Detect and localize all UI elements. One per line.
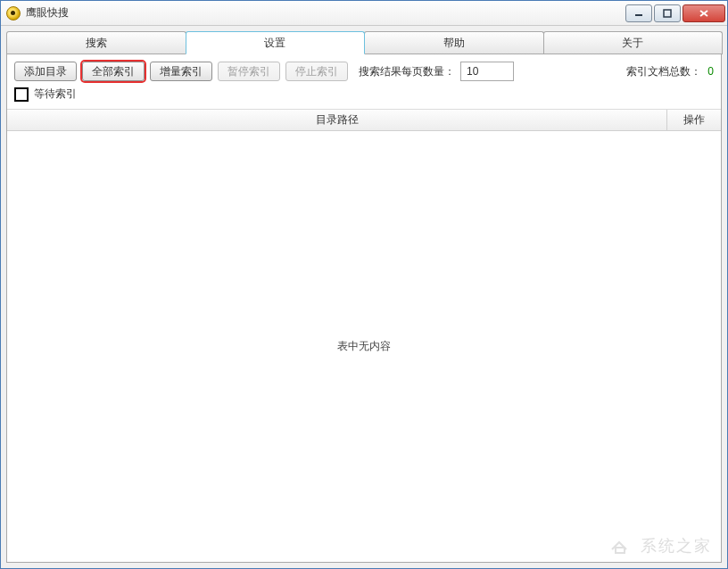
tab-help[interactable]: 帮助 bbox=[364, 31, 544, 54]
per-page-input[interactable] bbox=[460, 62, 514, 81]
close-button[interactable] bbox=[682, 4, 725, 22]
full-index-button[interactable]: 全部索引 bbox=[82, 62, 145, 81]
svg-rect-1 bbox=[664, 10, 671, 17]
table-header: 目录路径 操作 bbox=[7, 110, 721, 131]
doc-count: 索引文档总数： 0 bbox=[626, 64, 714, 79]
tab-bar: 搜索 设置 帮助 关于 bbox=[6, 31, 722, 54]
doc-count-label: 索引文档总数： bbox=[626, 65, 701, 78]
add-directory-button[interactable]: 添加目录 bbox=[14, 62, 77, 81]
waiting-index-row: 等待索引 bbox=[7, 87, 721, 109]
settings-panel: 添加目录 全部索引 增量索引 暂停索引 停止索引 搜索结果每页数量： 索引文档总… bbox=[6, 54, 722, 563]
waiting-index-label: 等待索引 bbox=[34, 87, 77, 102]
incremental-index-button[interactable]: 增量索引 bbox=[150, 62, 212, 81]
tab-about[interactable]: 关于 bbox=[543, 31, 724, 54]
content-area: 搜索 设置 帮助 关于 添加目录 全部索引 增量索引 暂停索引 停止索引 搜索结… bbox=[1, 26, 727, 568]
close-icon bbox=[699, 9, 709, 18]
directory-table: 目录路径 操作 表中无内容 bbox=[7, 109, 721, 562]
per-page-label: 搜索结果每页数量： bbox=[359, 64, 455, 79]
minimize-button[interactable] bbox=[625, 4, 652, 22]
maximize-icon bbox=[663, 9, 672, 18]
stop-index-button: 停止索引 bbox=[285, 62, 348, 81]
table-body: 表中无内容 bbox=[7, 131, 721, 562]
doc-count-value: 0 bbox=[707, 65, 714, 78]
pause-index-button: 暂停索引 bbox=[218, 62, 280, 81]
window-controls bbox=[625, 4, 725, 22]
column-operation[interactable]: 操作 bbox=[667, 110, 721, 130]
maximize-button[interactable] bbox=[654, 4, 681, 22]
app-window: 鹰眼快搜 搜索 设置 帮助 关于 添加目录 全部索引 增量索引 暂 bbox=[0, 0, 728, 569]
stop-square-icon[interactable] bbox=[14, 87, 29, 102]
tab-settings[interactable]: 设置 bbox=[186, 31, 366, 54]
app-icon bbox=[6, 6, 21, 21]
empty-text: 表中无内容 bbox=[337, 339, 391, 354]
toolbar: 添加目录 全部索引 增量索引 暂停索引 停止索引 搜索结果每页数量： 索引文档总… bbox=[7, 54, 721, 87]
titlebar: 鹰眼快搜 bbox=[1, 1, 727, 26]
column-path[interactable]: 目录路径 bbox=[7, 110, 667, 130]
window-title: 鹰眼快搜 bbox=[26, 5, 625, 21]
minimize-icon bbox=[634, 9, 643, 18]
tab-search[interactable]: 搜索 bbox=[6, 31, 186, 54]
